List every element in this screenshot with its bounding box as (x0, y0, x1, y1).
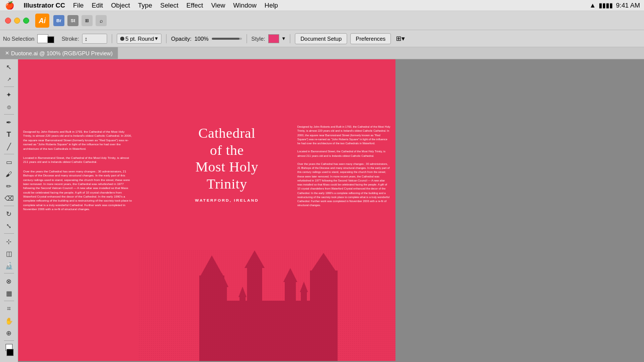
slice-tool[interactable]: ⌗ (4, 303, 15, 314)
file-menu[interactable]: File (73, 2, 84, 9)
free-transform-tool[interactable]: ⊹ (4, 236, 15, 247)
options-toolbar: No Selection Stroke: ↕ 5 pt. Round ▾ Opa… (0, 30, 644, 47)
edit-menu[interactable]: Edit (92, 2, 103, 9)
opacity-label: Opacity: (171, 36, 191, 42)
blend-tool[interactable]: ⊗ (4, 276, 15, 287)
arrange-button[interactable]: ⊞▾ (396, 35, 405, 42)
left-toolbar: ↖ ↗ ✦ ⌾ ✒ T ╱ ▭ 🖌 ✏ ⌫ ↻ ⤡ ⊹ ◫ 🔬 ⊗ ▦ ⌗ ✋ … (0, 59, 18, 362)
page-location: WATERFORD, IRELAND (159, 198, 295, 203)
titlebar-icons: Br St ⊞ ⌕ (53, 15, 107, 26)
page-main-title: Cathedral of the Most Holy Trinity (159, 125, 295, 192)
left-para-3: Over the years the Cathedral has seen ma… (23, 169, 134, 212)
wifi-icon: ▲ (589, 2, 596, 9)
title-line2: of the (159, 142, 295, 159)
arrange-icon[interactable]: ⊞ (82, 15, 93, 26)
separator-4 (290, 34, 290, 43)
separator-2 (166, 34, 167, 43)
paintbrush-tool[interactable]: 🖌 (4, 168, 15, 179)
page-body-text: Designed by John Roberts and Built in 17… (297, 125, 390, 212)
right-page: Cathedral of the Most Holy Trinity WATER… (139, 59, 395, 361)
tool-separator-1 (4, 86, 14, 87)
window-menu[interactable]: Window (233, 2, 257, 9)
title-line1: Cathedral (159, 125, 295, 142)
object-menu[interactable]: Object (111, 2, 130, 9)
clock: 9:41 AM (616, 2, 640, 9)
effect-menu[interactable]: Effect (187, 2, 203, 9)
style-arrow[interactable]: ▾ (282, 35, 285, 42)
app-name-menu[interactable]: Illustrator CC (24, 2, 65, 9)
left-para-1: Designed by John Roberts and Built in 17… (23, 130, 134, 151)
tab-filename: Duotone.ai @ 100% (RGB/GPU Preview) (11, 50, 113, 56)
direct-select-tool[interactable]: ↗ (4, 73, 15, 84)
minimize-button[interactable] (14, 18, 20, 24)
select-menu[interactable]: Select (160, 2, 178, 9)
tab-close-button[interactable]: ✕ (5, 50, 9, 56)
opacity-value: 100% (194, 36, 208, 42)
type-tool[interactable]: T (4, 129, 15, 140)
doc-setup-button[interactable]: Document Setup (295, 33, 347, 44)
svg-rect-16 (139, 250, 395, 361)
document-tab[interactable]: ✕ Duotone.ai @ 100% (RGB/GPU Preview) (0, 47, 118, 59)
tool-separator-4 (4, 206, 14, 206)
title-line4: Trinity (159, 175, 295, 193)
view-menu[interactable]: View (211, 2, 225, 9)
rect-tool[interactable]: ▭ (4, 156, 15, 167)
help-menu[interactable]: Help (265, 2, 278, 9)
style-swatch[interactable] (268, 34, 279, 43)
magic-wand-tool[interactable]: ✦ (4, 89, 15, 100)
apple-menu[interactable]: 🍎 (5, 1, 15, 10)
left-para-2: Located in Barronstrand Street, the Cath… (23, 156, 134, 164)
stroke-color[interactable] (7, 349, 14, 356)
traffic-lights (5, 18, 29, 24)
stroke-style-select[interactable]: 5 pt. Round ▾ (117, 34, 162, 44)
maximize-button[interactable] (23, 18, 29, 24)
scale-tool[interactable]: ⤡ (4, 220, 15, 231)
tool-separator-2 (4, 114, 14, 115)
stroke-label: Stroke: (61, 36, 79, 42)
left-page-text: Designed by John Roberts and Built in 17… (23, 130, 134, 217)
tool-separator-3 (4, 154, 14, 154)
fill-swatch[interactable] (37, 34, 48, 43)
line-tool[interactable]: ╱ (4, 141, 15, 152)
style-label: Style: (252, 36, 266, 42)
body-para-1: Designed by John Roberts and Built in 17… (297, 125, 390, 145)
hand-tool[interactable]: ✋ (4, 315, 15, 326)
main-area: ↖ ↗ ✦ ⌾ ✒ T ╱ ▭ 🖌 ✏ ⌫ ↻ ⤡ ⊹ ◫ 🔬 ⊗ ▦ ⌗ ✋ … (0, 59, 644, 362)
cathedral-silhouette (139, 250, 395, 361)
chart-tool[interactable]: ▦ (4, 288, 15, 299)
menu-bar: 🍎 Illustrator CC File Edit Object Type S… (0, 0, 644, 11)
opacity-slider[interactable] (212, 38, 242, 40)
stroke-swatch[interactable] (47, 36, 54, 43)
preferences-button[interactable]: Preferences (350, 33, 391, 44)
body-para-2: Located in Barronstrand Street, the Cath… (297, 149, 390, 158)
tool-separator-5 (4, 233, 14, 234)
eraser-tool[interactable]: ⌫ (4, 193, 15, 204)
pen-tool[interactable]: ✒ (4, 117, 15, 128)
zoom-tool[interactable]: ⊕ (4, 327, 15, 338)
select-tool[interactable]: ↖ (4, 61, 15, 72)
separator-1 (112, 34, 112, 43)
separator-3 (247, 34, 247, 43)
title-bar: Ai Br St ⊞ ⌕ (0, 11, 644, 30)
stock-icon[interactable]: St (67, 15, 78, 26)
canvas-area[interactable]: Designed by John Roberts and Built in 17… (18, 59, 644, 362)
tool-separator-7 (4, 301, 14, 301)
body-para-3: Over the years the Cathedral has seen ma… (297, 162, 390, 208)
ai-logo: Ai (35, 14, 49, 28)
lasso-tool[interactable]: ⌾ (4, 101, 15, 112)
tool-separator-6 (4, 273, 14, 274)
system-icons: ▲ ▮▮▮▮ 9:41 AM (589, 2, 640, 9)
close-button[interactable] (5, 18, 11, 24)
stroke-weight-select[interactable]: ↕ (82, 34, 107, 44)
type-menu[interactable]: Type (138, 2, 152, 9)
eyedropper-tool[interactable]: 🔬 (4, 260, 15, 271)
search-icon[interactable]: ⌕ (96, 15, 107, 26)
rotate-tool[interactable]: ↻ (4, 208, 15, 219)
left-page: Designed by John Roberts and Built in 17… (18, 59, 139, 361)
battery-icon: ▮▮▮▮ (599, 2, 613, 9)
pencil-tool[interactable]: ✏ (4, 180, 15, 192)
bridge-icon[interactable]: Br (53, 15, 64, 26)
selection-label: No Selection (3, 36, 34, 42)
page-title-block: Cathedral of the Most Holy Trinity WATER… (159, 125, 295, 203)
gradient-tool[interactable]: ◫ (4, 248, 15, 259)
